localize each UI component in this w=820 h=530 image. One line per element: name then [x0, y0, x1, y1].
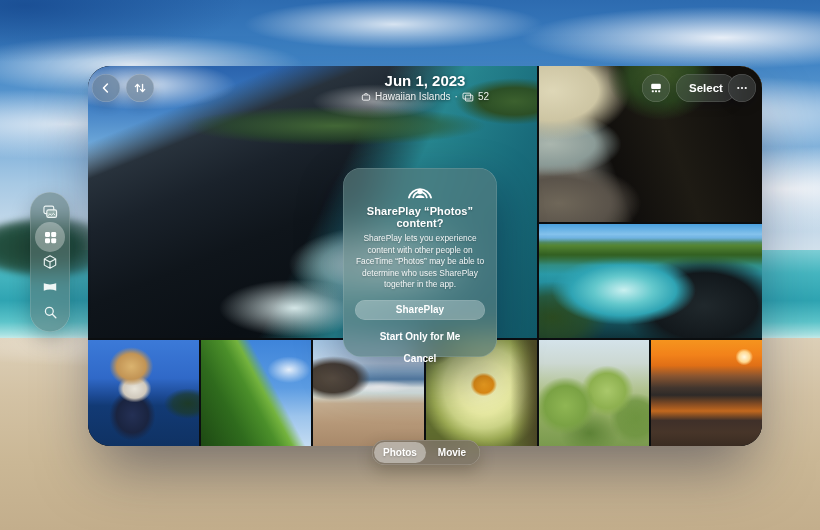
view-mode-tabbar: Photos Movie	[372, 440, 480, 465]
tab-photos-label: Photos	[383, 447, 417, 458]
more-button[interactable]	[728, 74, 756, 102]
sidebar	[30, 192, 70, 332]
shareplay-dialog: SharePlay “Photos” content? SharePlay le…	[343, 168, 497, 357]
back-button[interactable]	[92, 74, 120, 102]
start-only-for-me-label: Start Only for Me	[380, 331, 461, 342]
search-icon	[43, 305, 58, 320]
shareplay-confirm-button[interactable]: SharePlay	[355, 300, 485, 320]
tab-movie-label: Movie	[438, 447, 466, 458]
cancel-label: Cancel	[404, 353, 437, 364]
photos-stack-icon	[42, 204, 58, 220]
chevron-left-icon	[99, 81, 113, 95]
visionos-scene: Jun 1, 2023 Hawaiian Islands · 52	[0, 0, 820, 530]
photo-tile-right-bottom[interactable]	[539, 224, 762, 338]
start-only-for-me-button[interactable]: Start Only for Me	[353, 331, 487, 342]
sort-arrows-icon	[133, 81, 147, 95]
photo-tile-woman[interactable]	[88, 340, 199, 446]
view-options-button[interactable]	[642, 74, 670, 102]
panorama-icon	[42, 279, 58, 295]
cube-icon	[42, 254, 58, 270]
shareplay-icon	[353, 179, 487, 200]
sidebar-item-search[interactable]	[36, 301, 64, 323]
photo-tile-ridge[interactable]	[201, 340, 312, 446]
cancel-button[interactable]: Cancel	[353, 353, 487, 364]
tab-movie[interactable]: Movie	[426, 442, 478, 463]
sidebar-item-spatial[interactable]	[36, 251, 64, 273]
select-button-label: Select	[689, 82, 723, 94]
albums-grid-icon	[43, 230, 58, 245]
sidebar-item-panoramas[interactable]	[36, 276, 64, 298]
sort-button[interactable]	[126, 74, 154, 102]
shareplay-confirm-label: SharePlay	[396, 304, 444, 315]
grid-view-icon	[649, 81, 663, 95]
dialog-body: SharePlay lets you experience content wi…	[353, 233, 487, 291]
sidebar-item-photos[interactable]	[36, 201, 64, 223]
photo-tile-cactus[interactable]	[539, 340, 650, 446]
dialog-title: SharePlay “Photos” content?	[353, 205, 487, 229]
select-button[interactable]: Select	[676, 74, 736, 102]
ellipsis-icon	[735, 81, 749, 95]
sidebar-item-albums[interactable]	[36, 226, 64, 248]
tab-photos[interactable]: Photos	[374, 442, 426, 463]
photo-tile-sunset[interactable]	[651, 340, 762, 446]
